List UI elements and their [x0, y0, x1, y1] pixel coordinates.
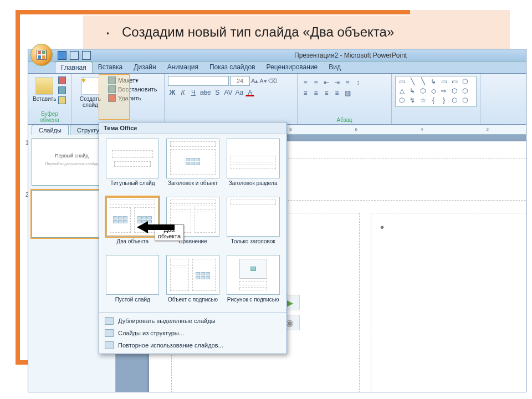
copy-icon [58, 86, 66, 94]
align-right-button[interactable]: ≡ [322, 88, 331, 97]
new-slide-icon: ✶ [81, 77, 99, 95]
font-color-button[interactable]: A [245, 88, 254, 96]
tab-slideshow[interactable]: Показ слайдов [204, 62, 261, 73]
text-direction-button[interactable]: ↕ [354, 78, 362, 86]
tab-review[interactable]: Рецензирование [261, 62, 324, 73]
decoration-left [16, 10, 20, 365]
shapes-gallery[interactable]: ▭╲╲↳▭▭⬡ △↳⬡◇⇨⬡⬡ ⬡↯☆{}⬡⬡ [395, 76, 477, 107]
italic-button[interactable]: К [178, 88, 187, 96]
reuse-icon [105, 341, 114, 349]
layout-content-caption[interactable]: Объект с подписью [164, 255, 222, 310]
pane-tab-slides[interactable]: Слайды [32, 125, 69, 135]
brush-icon [58, 96, 66, 104]
tab-design[interactable]: Дизайн [128, 62, 161, 73]
layout-section-header[interactable]: Заголовок раздела [224, 139, 282, 193]
group-paragraph: ≡ ≡ ⇤ ⇥ ≡ ↕ ≡ ≡ ≡ ≡ ▥ Абзац [298, 74, 392, 124]
annotation-arrow [137, 220, 176, 234]
underline-button[interactable]: Ч [189, 88, 198, 96]
layout-two-content[interactable]: Два объекта Два объекта [104, 197, 162, 252]
layout-title-only[interactable]: Только заголовок [224, 197, 282, 252]
layout-title-content[interactable]: Заголовок и объект [164, 139, 222, 193]
shadow-button[interactable]: S [213, 88, 222, 96]
clear-format-button[interactable]: ⌫ [268, 78, 277, 85]
spacing-button[interactable]: AV [223, 88, 233, 96]
line-spacing-button[interactable]: ≡ [343, 78, 352, 86]
align-center-button[interactable]: ≡ [311, 88, 320, 97]
layout-icon [108, 76, 116, 84]
svg-marker-0 [137, 221, 175, 233]
scissors-icon [58, 76, 66, 84]
case-button[interactable]: Aa [234, 88, 244, 96]
columns-button[interactable]: ▥ [343, 88, 352, 97]
gallery-header: Тема Office [99, 122, 287, 134]
shrink-font-button[interactable]: A▾ [259, 78, 267, 85]
format-painter-button[interactable] [58, 96, 68, 104]
align-left-button[interactable]: ≡ [301, 88, 310, 97]
group-clipboard-label: Буфер обмена [32, 111, 68, 123]
duplicate-slides-item[interactable]: Дублировать выделенные слайды [99, 315, 287, 327]
instruction-callout: Создадим новый тип слайда «Два объекта» [83, 16, 510, 49]
outline-icon [105, 329, 114, 337]
layout-title-slide[interactable]: Титульный слайд [104, 139, 162, 193]
copy-button[interactable] [58, 86, 68, 94]
window-title: Презентация2 - Microsoft PowerPoint [294, 52, 407, 59]
save-icon[interactable] [58, 51, 66, 60]
tab-home[interactable]: Главная [55, 62, 93, 73]
layout-gallery-popup: Тема Office Титульный слайд Заголовок и … [99, 122, 287, 354]
placeholder-content-right[interactable] [371, 213, 526, 392]
group-shapes: ▭╲╲↳▭▭⬡ △↳⬡◇⇨⬡⬡ ⬡↯☆{}⬡⬡ [392, 74, 480, 124]
quick-access-toolbar [28, 49, 526, 62]
group-font: 24 A▴ A▾ ⌫ Ж К Ч abc S AV Aa A [165, 74, 298, 124]
paste-button[interactable]: Вставить [32, 76, 57, 105]
delete-button[interactable]: Удалить [108, 94, 157, 102]
ribbon-tabs: Главная Вставка Дизайн Анимация Показ сл… [28, 62, 526, 74]
tab-insert[interactable]: Вставка [93, 62, 129, 73]
justify-button[interactable]: ≡ [332, 88, 341, 97]
layout-picture-caption[interactable]: Рисунок с подписью [224, 255, 282, 310]
gallery-footer: Дублировать выделенные слайды Слайды из … [99, 312, 287, 354]
grow-font-button[interactable]: A▴ [251, 78, 258, 85]
group-clipboard: Вставить Буфер обмена [28, 74, 71, 124]
group-paragraph-label: Абзац [301, 117, 388, 123]
indent-inc-button[interactable]: ⇥ [332, 78, 341, 86]
numbering-button[interactable]: ≡ [311, 78, 320, 86]
bold-button[interactable]: Ж [168, 88, 177, 96]
new-slide-button[interactable]: ✶ Создать слайд [75, 76, 106, 109]
instruction-text: Создадим новый тип слайда «Два объекта» [122, 24, 394, 40]
layout-blank[interactable]: Пустой слайд [104, 255, 162, 310]
font-family-select[interactable] [168, 76, 229, 86]
cut-button[interactable] [58, 76, 68, 84]
reuse-slides-item[interactable]: Повторное использование слайдов... [99, 339, 287, 351]
paste-icon [35, 77, 53, 95]
layout-button[interactable]: Макет ▾ [108, 76, 157, 84]
duplicate-icon [105, 317, 114, 325]
undo-icon[interactable] [70, 51, 79, 60]
group-slides: ✶ Создать слайд Макет ▾ Восстановить Уда… [71, 74, 165, 124]
reset-icon [108, 85, 116, 93]
indent-dec-button[interactable]: ⇤ [322, 78, 331, 86]
tab-view[interactable]: Вид [323, 62, 346, 73]
reset-button[interactable]: Восстановить [108, 85, 157, 93]
slides-from-outline-item[interactable]: Слайды из структуры... [99, 327, 287, 339]
redo-icon[interactable] [82, 51, 91, 60]
bullets-button[interactable]: ≡ [301, 78, 310, 86]
delete-icon [108, 94, 116, 102]
strike-button[interactable]: abc [200, 88, 211, 96]
office-button[interactable] [30, 44, 53, 66]
ribbon: Вставить Буфер обмена ✶ Создать слайд [28, 74, 526, 125]
tab-animation[interactable]: Анимация [162, 62, 204, 73]
font-size-select[interactable]: 24 [230, 76, 250, 86]
